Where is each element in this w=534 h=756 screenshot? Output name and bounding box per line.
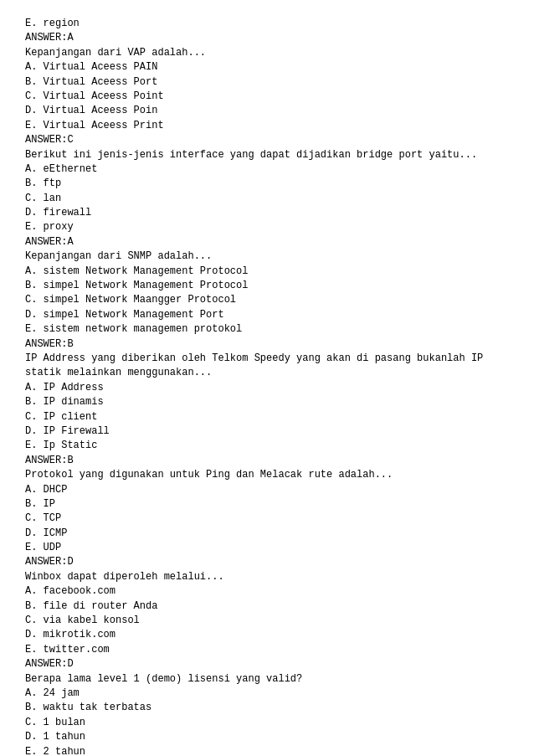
text-line: Protokol yang digunakan untuk Ping dan M… bbox=[25, 468, 509, 482]
text-line: B. Virtual Aceess Port bbox=[25, 75, 509, 90]
text-line: Kepanjangan dari SNMP adalah... bbox=[25, 249, 509, 264]
text-line: D. simpel Network Management Port bbox=[25, 308, 509, 322]
text-line: C. 1 bulan bbox=[25, 716, 509, 730]
text-line: D. Virtual Aceess Poin bbox=[25, 104, 509, 118]
text-line: B. simpel Network Management Protocol bbox=[25, 279, 509, 293]
text-line: A. 24 jam bbox=[25, 687, 509, 701]
text-line: ANSWER:B bbox=[25, 454, 509, 468]
text-line: E. 2 tahun bbox=[25, 745, 509, 756]
text-line: Berikut ini jenis-jenis interface yang d… bbox=[25, 148, 509, 162]
text-line: D. mikrotik.com bbox=[25, 628, 509, 642]
text-line: Winbox dapat diperoleh melalui... bbox=[25, 570, 509, 584]
text-line: B. IP dinamis bbox=[25, 395, 509, 409]
text-line: D. ICMP bbox=[25, 527, 509, 541]
text-line: C. via kabel konsol bbox=[25, 614, 509, 628]
text-line: statik melainkan menggunakan... bbox=[25, 366, 509, 380]
text-line: C. simpel Network Maangger Protocol bbox=[25, 293, 509, 307]
text-line: A. DHCP bbox=[25, 483, 509, 497]
text-line: E. twitter.com bbox=[25, 643, 509, 657]
text-line: E. proxy bbox=[25, 220, 509, 234]
text-line: E. Ip Static bbox=[25, 439, 509, 453]
text-line: E. sistem network managemen protokol bbox=[25, 322, 509, 337]
text-line: IP Address yang diberikan oleh Telkom Sp… bbox=[25, 352, 509, 366]
text-line: C. Virtual Aceess Point bbox=[25, 90, 509, 104]
text-line: A. eEthernet bbox=[25, 162, 509, 177]
text-line: D. firewall bbox=[25, 206, 509, 220]
text-line: ANSWER:A bbox=[25, 31, 509, 45]
text-line: ANSWER:C bbox=[25, 133, 509, 147]
text-line: D. IP Firewall bbox=[25, 424, 509, 439]
text-line: ANSWER:D bbox=[25, 555, 509, 569]
text-line: Kepanjangan dari VAP adalah... bbox=[25, 46, 509, 60]
text-line: C. IP client bbox=[25, 410, 509, 424]
text-line: A. IP Address bbox=[25, 381, 509, 395]
text-line: B. waktu tak terbatas bbox=[25, 701, 509, 715]
text-line: E. UDP bbox=[25, 541, 509, 555]
text-line: ANSWER:A bbox=[25, 235, 509, 249]
text-line: Berapa lama level 1 (demo) lisensi yang … bbox=[25, 672, 509, 687]
text-line: ANSWER:D bbox=[25, 657, 509, 671]
text-line: A. facebook.com bbox=[25, 584, 509, 599]
text-line: B. file di router Anda bbox=[25, 599, 509, 614]
text-line: A. Virtual Aceess PAIN bbox=[25, 60, 509, 75]
main-content: E. regionANSWER:AKepanjangan dari VAP ad… bbox=[25, 17, 509, 756]
text-line: B. IP bbox=[25, 497, 509, 512]
text-line: E. region bbox=[25, 17, 509, 31]
text-line: ANSWER:B bbox=[25, 337, 509, 352]
text-line: E. Virtual Aceess Print bbox=[25, 119, 509, 133]
text-line: C. lan bbox=[25, 192, 509, 206]
text-line: B. ftp bbox=[25, 177, 509, 191]
text-line: D. 1 tahun bbox=[25, 730, 509, 744]
text-line: A. sistem Network Management Protocol bbox=[25, 265, 509, 279]
text-line: C. TCP bbox=[25, 512, 509, 526]
